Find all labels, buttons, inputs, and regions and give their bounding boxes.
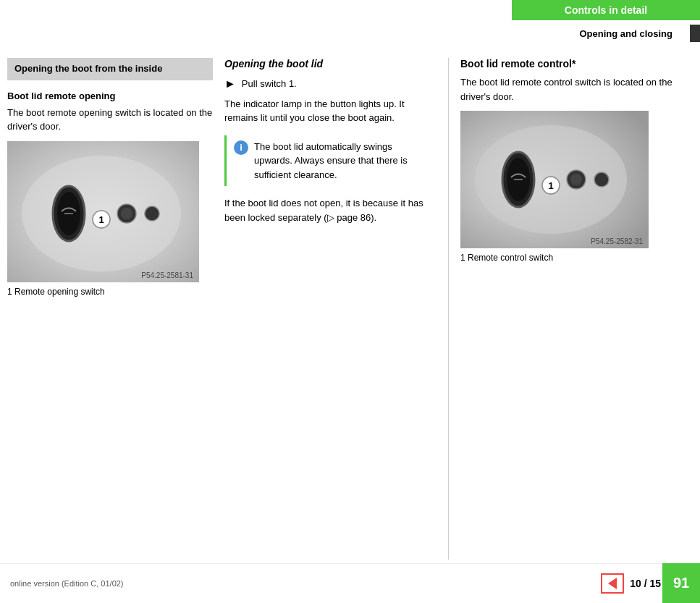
page-total: 15 [649, 578, 661, 589]
car-door-svg: 1 [7, 141, 199, 282]
svg-point-8 [145, 206, 159, 221]
svg-point-7 [121, 208, 132, 219]
header: Controls in detail [0, 0, 700, 20]
footer: online version (Edition C, 01/02) 10 / 1… [0, 563, 700, 603]
page-number-badge: 91 [662, 563, 700, 603]
image-code-right: P54.25-2582-31 [591, 237, 643, 245]
boot-locked-text: If the boot lid does not open, it is bec… [224, 196, 437, 224]
opening-boot-lid-title: Opening the boot lid [224, 58, 437, 69]
info-box-text: The boot lid automatically swings upward… [254, 140, 429, 182]
svg-text:1: 1 [98, 214, 104, 225]
remote-control-svg: 1 [460, 111, 649, 248]
middle-column: Opening the boot lid ► Pull switch 1. Th… [224, 58, 449, 560]
pull-switch-text: Pull switch 1. [242, 77, 297, 91]
remote-control-text: The boot lid remote control switch is lo… [460, 75, 687, 104]
svg-point-16 [570, 174, 582, 185]
pull-switch-label: Pull switch [242, 78, 286, 89]
header-title: Controls in detail [512, 0, 700, 20]
boot-remote-opening-heading: Boot lid remote opening [7, 90, 213, 101]
svg-text:1: 1 [548, 180, 553, 191]
boot-remote-image: 1 P54.25-2581-31 [7, 141, 199, 282]
page-current: 10 [630, 578, 641, 589]
info-box: i The boot lid automatically swings upwa… [224, 135, 437, 187]
remote-control-image: 1 P54.25-2582-31 [460, 111, 649, 248]
prev-arrow-icon [608, 578, 617, 589]
main-content: Opening the boot from the inside Boot li… [0, 51, 700, 560]
image-code-left: P54.25-2581-31 [141, 271, 193, 279]
page-info: 10 / 15 [630, 578, 661, 589]
svg-point-17 [594, 172, 609, 187]
arrow-right-icon: ► [224, 77, 236, 90]
indicator-text: The indicator lamp in the button lights … [224, 97, 437, 125]
info-icon: i [234, 140, 248, 155]
header-subtitle-area: Opening and closing [579, 25, 700, 42]
left-column: Opening the boot from the inside Boot li… [7, 58, 224, 560]
right-column: Boot lid remote control* The boot lid re… [449, 58, 687, 560]
prev-page-button[interactable] [601, 573, 624, 594]
pull-switch-number: 1. [289, 78, 297, 89]
right-image-caption: 1 Remote control switch [460, 253, 687, 263]
remote-control-title: Boot lid remote control* [460, 58, 687, 69]
pull-switch-item: ► Pull switch 1. [224, 77, 437, 91]
section-label: Opening the boot from the inside [7, 58, 213, 80]
left-image-caption: 1 Remote opening switch [7, 287, 213, 297]
header-subtitle: Opening and closing [579, 25, 686, 42]
header-accent-bar [690, 25, 700, 42]
boot-remote-opening-text: The boot remote opening switch is locate… [7, 106, 213, 134]
edition-text: online version (Edition C, 01/02) [10, 579, 124, 588]
